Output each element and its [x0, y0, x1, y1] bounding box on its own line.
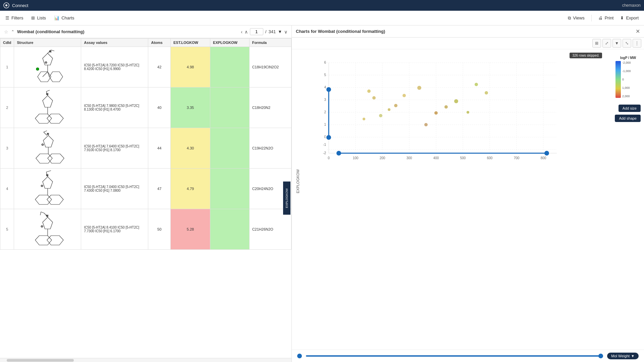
scatter-point[interactable]: [379, 114, 382, 117]
svg-text:700: 700: [514, 156, 520, 160]
lists-icon: ⊞: [31, 15, 35, 20]
table-header-bar: ☆ ⌃ Wombat (conditional formatting) ‹ ∧ …: [0, 25, 291, 38]
main-table: CdId Structure Assay values Atoms EST.LO…: [0, 38, 291, 250]
table-row: 4 N O IC50 [5-HT2A] 7.0400 IC50 [5-HT2C]…: [0, 169, 291, 209]
scatter-point[interactable]: [485, 91, 488, 95]
chart-grid-btn[interactable]: ⊞: [592, 39, 601, 48]
cell-explogkow: [210, 87, 250, 128]
chart-bottom-controls: Mol Weight ▼: [292, 350, 644, 362]
cell-atoms: 44: [148, 128, 171, 169]
scatter-point[interactable]: [402, 94, 406, 97]
scatter-point[interactable]: [434, 111, 438, 115]
chart-close-btn[interactable]: ✕: [636, 28, 640, 35]
chart-resize-btn[interactable]: ⤢: [602, 39, 611, 48]
svg-text:-1: -1: [323, 143, 326, 146]
scatter-point[interactable]: [454, 99, 458, 103]
charts-label: Charts: [61, 15, 74, 20]
explogkow-sidebar-tab[interactable]: EXPLOGKOW: [282, 38, 291, 358]
chart-dropdown-btn[interactable]: ▼: [612, 39, 621, 48]
svg-line-43: [41, 212, 44, 213]
cell-est-logkow: 5.28: [170, 209, 210, 250]
scatter-point[interactable]: [475, 83, 478, 86]
toolbar-right-group: ⧉ Views 🖨 Print ⬇ Export: [568, 15, 639, 21]
scatter-point[interactable]: [363, 118, 365, 120]
cell-explogkow: [210, 209, 250, 250]
nav-next-icon[interactable]: ∨: [284, 29, 287, 35]
chart-header: Charts for Wombat (conditional formattin…: [292, 25, 644, 38]
explogkow-label-text: EXPLOGKOW: [283, 182, 290, 215]
scatter-point[interactable]: [467, 111, 469, 114]
svg-marker-20: [43, 135, 53, 147]
svg-point-1: [5, 4, 7, 6]
col-structure: Structure: [14, 39, 81, 47]
cell-id: 2: [0, 87, 14, 128]
cell-est-logkow: 4.79: [170, 169, 210, 209]
svg-marker-13: [43, 96, 53, 107]
table-row: 1 O N IC50 [5-HT2A] 8.7200 IC50 [5-HT2C]…: [0, 47, 291, 87]
svg-text:O: O: [41, 225, 43, 228]
table-nav: ‹ ∧ 1 / 341 ▼ ∨: [241, 28, 287, 35]
svg-text:O: O: [41, 184, 43, 187]
svg-text:O: O: [42, 143, 44, 146]
page-dropdown-icon[interactable]: ▼: [278, 29, 282, 34]
scatter-point[interactable]: [367, 89, 371, 93]
cell-structure: N: [14, 87, 81, 128]
cell-explogkow: [210, 47, 250, 87]
print-icon: 🖨: [598, 15, 603, 20]
views-btn[interactable]: ⧉ Views: [568, 15, 584, 21]
lists-btn[interactable]: ⊞ Lists: [31, 15, 46, 20]
horizontal-scrollbar[interactable]: [0, 358, 291, 362]
scatter-point[interactable]: [424, 123, 428, 126]
charts-btn[interactable]: 📊 Charts: [54, 15, 74, 20]
table-scroll-wrap[interactable]: CdId Structure Assay values Atoms EST.LO…: [0, 38, 291, 358]
legend-val-4: 1,000: [622, 86, 631, 89]
collapse-icon[interactable]: ⌃: [11, 29, 14, 34]
x-range-right-dot[interactable]: [598, 354, 603, 358]
chart-legend: logP / MW -2,000 -1,000 0 1,000 2,000: [615, 56, 641, 98]
page-input[interactable]: 1: [250, 28, 263, 35]
col-assay: Assay values: [81, 39, 148, 47]
chart-expand-btn[interactable]: ⤡: [623, 39, 631, 48]
svg-line-26: [44, 132, 47, 135]
svg-text:400: 400: [433, 156, 439, 160]
cell-assay: IC50 [5-HT2A] 7.0400 IC50 [5-HT2C] 7.430…: [81, 169, 148, 209]
print-btn[interactable]: 🖨 Print: [598, 15, 614, 20]
cell-assay: IC50 [5-HT2A] 7.9800 IC50 [5-HT2C] 8.130…: [81, 87, 148, 128]
chart-more-btn[interactable]: ⋮: [633, 39, 641, 48]
app-logo-icon: [3, 2, 9, 8]
svg-marker-5: [49, 72, 63, 82]
x-range-left-dot[interactable]: [297, 354, 302, 358]
x-range-slider[interactable]: [306, 355, 603, 357]
chart-grid-icon: ⊞: [595, 41, 598, 46]
cell-atoms: 42: [148, 47, 171, 87]
chart-title: Charts for Wombat (conditional formattin…: [296, 29, 385, 34]
svg-line-6: [48, 72, 49, 77]
add-size-btn[interactable]: Add size: [619, 105, 641, 112]
svg-marker-2: [43, 53, 53, 65]
main-toolbar: ☰ Filters ⊞ Lists 📊 Charts ⧉ Views 🖨 Pri…: [0, 11, 644, 25]
cell-atoms: 50: [148, 209, 171, 250]
favorite-star-icon[interactable]: ☆: [4, 29, 8, 35]
cell-est-logkow: 4.30: [170, 128, 210, 169]
nav-up-icon[interactable]: ∧: [245, 29, 248, 35]
filters-btn[interactable]: ☰ Filters: [5, 15, 23, 20]
chart-dropdown-icon: ▼: [615, 41, 619, 46]
mol-weight-dropdown[interactable]: Mol Weight ▼: [607, 353, 639, 359]
cell-est-logkow: 3.35: [170, 87, 210, 128]
export-btn[interactable]: ⬇ Export: [620, 15, 639, 20]
svg-marker-4: [38, 72, 51, 82]
cell-atoms: 40: [148, 87, 171, 128]
scatter-point[interactable]: [372, 96, 376, 100]
add-shape-btn[interactable]: Add shape: [615, 115, 641, 122]
scatter-point[interactable]: [388, 108, 390, 111]
scatter-point[interactable]: [417, 86, 421, 90]
scatter-point[interactable]: [394, 104, 397, 107]
chart-toolbar: ⊞ ⤢ ▼ ⤡ ⋮: [292, 38, 644, 49]
scatter-point[interactable]: [444, 105, 448, 109]
svg-text:O: O: [45, 61, 47, 64]
print-label: Print: [605, 15, 614, 20]
legend-title: logP / MW: [615, 56, 641, 60]
nav-prev-icon[interactable]: ‹: [241, 29, 243, 35]
svg-text:2: 2: [324, 110, 326, 114]
svg-line-19: [46, 90, 50, 92]
